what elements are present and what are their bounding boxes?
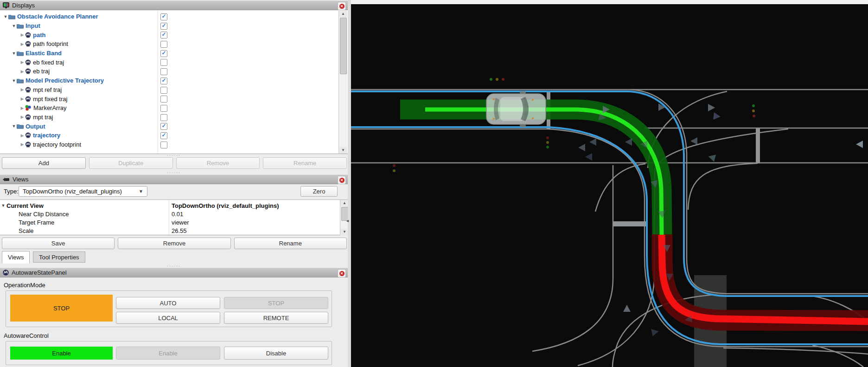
tree-item-mpt-traj[interactable]: ▶mpt traj [0, 113, 348, 122]
close-icon[interactable]: ✕ [338, 176, 346, 184]
displays-tree-scrollbar[interactable]: ▲ ▼ [338, 11, 347, 154]
enable-checkbox[interactable]: ✓ [160, 123, 167, 130]
expand-icon[interactable]: ▶ [19, 42, 25, 46]
displays-panel-title: Displays [12, 2, 35, 9]
collapse-icon[interactable]: ▼ [11, 124, 17, 129]
rename-display-button[interactable]: Rename [263, 157, 347, 169]
tab-views[interactable]: Views [2, 251, 30, 264]
stop-button[interactable]: STOP [224, 297, 328, 309]
remote-button[interactable]: REMOTE [224, 312, 328, 324]
tree-item-path-footprint[interactable]: ▶path footprint [0, 39, 348, 49]
scroll-down-icon[interactable]: ▼ [339, 147, 347, 154]
save-view-button[interactable]: Save [2, 238, 115, 249]
autoware-panel-titlebar[interactable]: AutowareStatePanel ✕ [0, 268, 348, 277]
tree-item-input[interactable]: ▼Input✓ [0, 21, 348, 31]
tab-tool-properties[interactable]: Tool Properties [33, 251, 85, 263]
expand-icon[interactable]: ▶ [19, 60, 25, 64]
splitter-handle[interactable]: ······ [0, 171, 348, 174]
close-icon[interactable]: ✕ [338, 269, 346, 277]
expand-icon[interactable]: ▶ [19, 115, 25, 119]
property-row-near-clip-distance[interactable]: Near Clip Distance0.01 [0, 210, 348, 218]
views-panel-titlebar[interactable]: Views ✕ [0, 174, 348, 184]
viewport-top-strip [351, 0, 868, 4]
expand-icon[interactable]: ▶ [19, 32, 25, 37]
add-button[interactable]: Add [2, 157, 86, 169]
tree-item-model-predictive-trajectory[interactable]: ▼Model Predictive Trajectory✓ [0, 76, 348, 85]
expand-icon[interactable]: ▶ [19, 69, 25, 74]
tree-item-mpt-ref-traj[interactable]: ▶mpt ref traj [0, 85, 348, 95]
splitter-handle[interactable]: ······ [0, 264, 348, 267]
tree-item-mpt-fixed-traj[interactable]: ▶mpt fixed traj [0, 94, 348, 103]
property-value[interactable]: TopDownOrtho (rviz_default_plugins) [172, 202, 279, 209]
rviz-window: Displays ✕ ▼Obstacle Avoidance Planner✓▼… [0, 0, 868, 367]
auto-button[interactable]: AUTO [116, 297, 220, 309]
disable-button[interactable]: Disable [224, 347, 328, 360]
expand-icon[interactable]: ▶ [19, 142, 25, 147]
collapse-icon[interactable]: ▼ [11, 24, 17, 28]
property-value[interactable]: 26.55 [172, 227, 187, 234]
tree-item-eb-fixed-traj[interactable]: ▶eb fixed traj [0, 58, 348, 67]
scroll-up-icon[interactable]: ▲ [339, 11, 347, 17]
property-value[interactable]: 0.01 [172, 211, 183, 218]
tree-item-output[interactable]: ▼Output✓ [0, 122, 348, 131]
property-row-target-frame[interactable]: Target Frameviewer [0, 218, 348, 226]
zero-button[interactable]: Zero [300, 186, 338, 197]
enable-checkbox[interactable]: ✓ [160, 50, 167, 57]
collapse-icon[interactable]: ▼ [11, 78, 17, 83]
expand-icon[interactable]: ▶ [19, 97, 25, 101]
rviz-3d-viewport[interactable] [351, 0, 868, 367]
tree-item-label: Output [26, 123, 45, 130]
property-row-current-view[interactable]: ▼Current ViewTopDownOrtho (rviz_default_… [0, 201, 348, 210]
tree-item-eb-traj[interactable]: ▶eb traj [0, 67, 348, 76]
duplicate-button[interactable]: Duplicate [89, 157, 173, 169]
enable-checkbox[interactable]: ✓ [160, 13, 167, 20]
enable-checkbox[interactable] [160, 114, 167, 121]
tree-item-trajectory[interactable]: ▶trajectory✓ [0, 131, 348, 140]
enable-checkbox[interactable] [160, 68, 167, 75]
remove-display-button[interactable]: Remove [176, 157, 260, 169]
camera-icon [3, 177, 10, 182]
local-button[interactable]: LOCAL [116, 312, 220, 324]
close-icon[interactable]: ✕ [338, 2, 346, 10]
scrollbar-thumb[interactable] [340, 18, 347, 74]
tree-item-obstacle-avoidance-planner[interactable]: ▼Obstacle Avoidance Planner✓ [0, 12, 348, 21]
property-row-scale[interactable]: Scale26.55 [0, 226, 348, 235]
tree-item-elastic-band[interactable]: ▼Elastic Band✓ [0, 49, 348, 58]
tree-item-path[interactable]: ▶path✓ [0, 30, 348, 39]
view-type-dropdown[interactable]: TopDownOrtho (rviz_default_plugins) ▼ [19, 186, 147, 197]
property-value[interactable]: viewer [172, 219, 189, 226]
tree-item-trajectory-footprint[interactable]: ▶trajectory footprint [0, 140, 348, 149]
bottom-tabs: Views Tool Properties [2, 251, 86, 264]
collapse-icon[interactable]: ▼ [0, 203, 6, 208]
remove-view-button[interactable]: Remove [118, 238, 230, 249]
splitter-handle[interactable]: ······ [0, 154, 348, 157]
enable-checkbox[interactable]: ✓ [160, 77, 167, 84]
enable-checkbox[interactable] [160, 142, 167, 148]
tree-item-markerarray[interactable]: ▶MarkerArray [0, 103, 348, 113]
autoware-icon [25, 59, 31, 65]
enable-checkbox[interactable] [160, 87, 167, 94]
collapse-arrow-icon[interactable]: ◂ [346, 218, 349, 223]
panel-splitter[interactable] [348, 0, 351, 367]
views-panel-title: Views [13, 176, 28, 183]
enable-button[interactable]: Enable [116, 347, 220, 360]
tree-item-label: Model Predictive Trajectory [26, 77, 104, 84]
tree-item-label: path footprint [33, 40, 68, 47]
rename-view-button[interactable]: Rename [234, 238, 347, 249]
expand-icon[interactable]: ▶ [19, 106, 25, 110]
tree-item-label: eb fixed traj [33, 59, 64, 66]
enable-checkbox[interactable]: ✓ [160, 132, 167, 139]
enable-checkbox[interactable] [160, 105, 167, 112]
displays-panel-titlebar[interactable]: Displays ✕ [0, 0, 348, 10]
collapse-icon[interactable]: ▼ [11, 51, 17, 56]
tree-item-label: Input [26, 22, 40, 29]
enable-checkbox[interactable] [160, 41, 167, 48]
enable-checkbox[interactable] [160, 96, 167, 103]
collapse-icon[interactable]: ▼ [3, 14, 8, 19]
enable-checkbox[interactable]: ✓ [160, 32, 167, 39]
expand-icon[interactable]: ▶ [19, 133, 25, 138]
autoware-control-state: Enable [10, 347, 113, 360]
enable-checkbox[interactable]: ✓ [160, 23, 167, 30]
enable-checkbox[interactable] [160, 59, 167, 66]
expand-icon[interactable]: ▶ [19, 87, 25, 92]
